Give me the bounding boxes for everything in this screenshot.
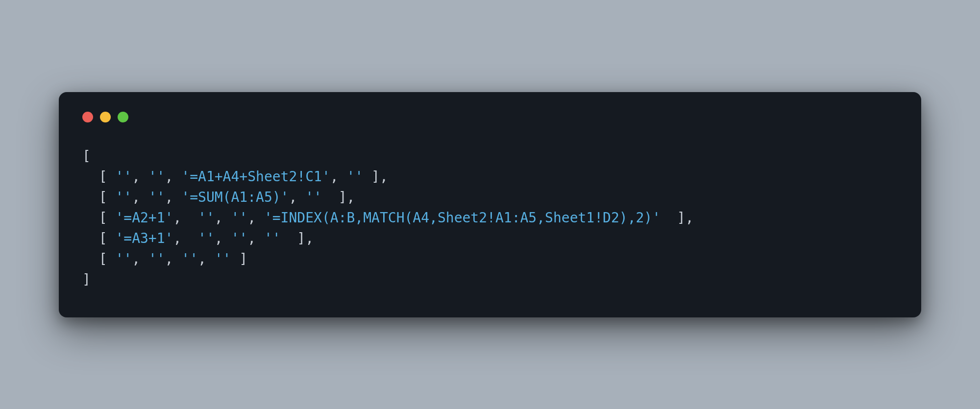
code-block: [ [ '', '', '=A1+A4+Sheet2!C1', '' ], [ … (82, 146, 898, 290)
maximize-icon[interactable] (118, 112, 128, 122)
close-icon[interactable] (82, 112, 93, 122)
window-controls (82, 112, 898, 122)
code-window: [ [ '', '', '=A1+A4+Sheet2!C1', '' ], [ … (59, 92, 921, 317)
minimize-icon[interactable] (100, 112, 111, 122)
